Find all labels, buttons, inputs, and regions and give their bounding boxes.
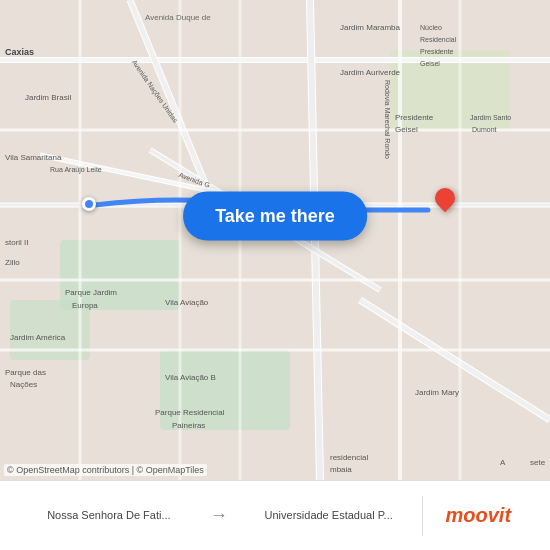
route-arrow-icon: → <box>210 505 228 526</box>
svg-text:Vila Aviação B: Vila Aviação B <box>165 373 216 382</box>
svg-text:Paineiras: Paineiras <box>172 421 205 430</box>
origin-marker <box>82 197 96 211</box>
svg-text:Europa: Europa <box>72 301 98 310</box>
svg-text:residencial: residencial <box>330 453 368 462</box>
svg-text:Rua Araújo Leite: Rua Araújo Leite <box>50 166 102 174</box>
moovit-logo-container: moovit <box>423 504 534 527</box>
svg-text:sete: sete <box>530 458 546 467</box>
svg-text:A: A <box>500 458 506 467</box>
moovit-logo: moovit <box>445 504 511 527</box>
origin-label: Nossa Senhora De Fati... <box>47 508 171 522</box>
svg-text:Jardim Santo: Jardim Santo <box>470 114 511 121</box>
svg-text:Dumont: Dumont <box>472 126 497 133</box>
svg-text:Geisel: Geisel <box>420 60 440 67</box>
svg-text:Avenida Duque de: Avenida Duque de <box>145 13 211 22</box>
destination-label-container: Universidade Estadual P... <box>236 508 422 522</box>
svg-text:Núcleo: Núcleo <box>420 24 442 31</box>
footer: Nossa Senhora De Fati... → Universidade … <box>0 480 550 550</box>
origin-label-container: Nossa Senhora De Fati... <box>16 508 202 522</box>
svg-text:Vila Aviação: Vila Aviação <box>165 298 209 307</box>
map-container: Avenida Duque de Avenida Nações Unidas R… <box>0 0 550 480</box>
arrow-container: → <box>202 505 236 526</box>
svg-text:Jardim Mary: Jardim Mary <box>415 388 459 397</box>
svg-text:Jardim Brasil: Jardim Brasil <box>25 93 71 102</box>
svg-text:Residencial: Residencial <box>420 36 457 43</box>
svg-text:storil II: storil II <box>5 238 29 247</box>
svg-text:Presidente: Presidente <box>395 113 434 122</box>
map-attribution: © OpenStreetMap contributors | © OpenMap… <box>4 464 207 476</box>
svg-text:Jardim Auriverde: Jardim Auriverde <box>340 68 401 77</box>
svg-text:Caxias: Caxias <box>5 47 34 57</box>
svg-text:Zillo: Zillo <box>5 258 20 267</box>
svg-text:Parque das: Parque das <box>5 368 46 377</box>
svg-text:Jardim Maramba: Jardim Maramba <box>340 23 401 32</box>
svg-text:Jardim América: Jardim América <box>10 333 66 342</box>
svg-text:Geisel: Geisel <box>395 125 418 134</box>
destination-marker <box>435 188 455 208</box>
svg-rect-1 <box>60 240 180 310</box>
svg-text:Rodovia Marechal Rondo: Rodovia Marechal Rondo <box>384 80 391 159</box>
svg-text:mbaia: mbaia <box>330 465 352 474</box>
take-me-there-button[interactable]: Take me there <box>183 192 367 241</box>
destination-label: Universidade Estadual P... <box>265 508 393 522</box>
svg-text:Vila Samaritana: Vila Samaritana <box>5 153 62 162</box>
svg-text:Parque Jardim: Parque Jardim <box>65 288 117 297</box>
svg-text:Presidente: Presidente <box>420 48 454 55</box>
svg-text:Nações: Nações <box>10 380 37 389</box>
svg-text:Parque Residencial: Parque Residencial <box>155 408 225 417</box>
